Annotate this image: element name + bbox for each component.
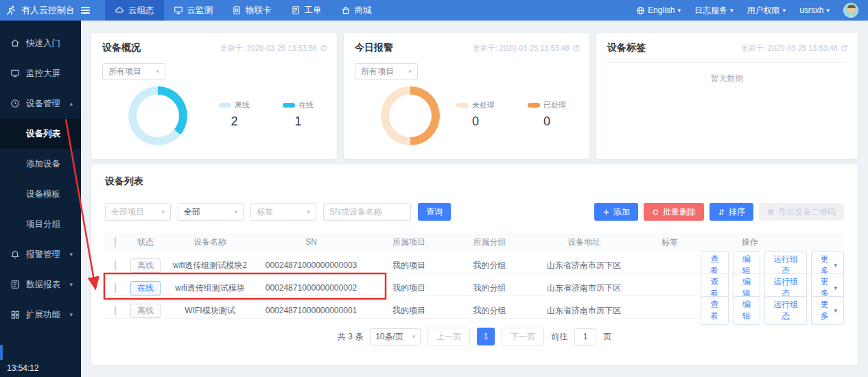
prev-page-button[interactable]: 上一页 xyxy=(427,328,470,345)
col-status: 状态 xyxy=(126,236,165,248)
work-order-icon xyxy=(291,5,301,15)
log-service-menu[interactable]: 日志服务 ▾ xyxy=(694,5,734,16)
caret-down-icon: ▾ xyxy=(69,251,73,258)
permissions-label: 用户权限 xyxy=(747,5,780,16)
legend-label: 在线 xyxy=(298,100,314,110)
legend-value: 2 xyxy=(219,114,250,129)
main-content: 设备概况 更新于: 2020-03-25 13:53:56 所有项目 ▾ 离线 … xyxy=(81,21,868,377)
add-button[interactable]: 添加 xyxy=(594,203,638,221)
sidebar-item-add-device[interactable]: 添加设备 xyxy=(0,149,81,179)
sidebar-item-label: 设备列表 xyxy=(26,128,60,140)
tab-work-order[interactable]: 工单 xyxy=(281,0,331,21)
project-filter-select[interactable]: 所有项目 ▾ xyxy=(102,63,165,80)
sidebar-item-monitor-screen[interactable]: 监控大屏 xyxy=(0,58,81,88)
row-checkbox[interactable] xyxy=(115,260,116,270)
top-navbar: 有人云控制台 云组态 云监测 物联卡 工单 商城 English ▾ xyxy=(0,0,868,21)
sidebar-item-device-template[interactable]: 设备模板 xyxy=(0,179,81,209)
row-checkbox[interactable] xyxy=(115,283,116,293)
caret-down-icon: ▾ xyxy=(826,8,830,14)
permissions-menu[interactable]: 用户权限 ▾ xyxy=(747,5,786,16)
project-select[interactable]: 全部项目 ▾ xyxy=(105,203,171,221)
caret-down-icon: ▾ xyxy=(783,8,786,14)
row-checkbox[interactable] xyxy=(115,306,116,315)
legend-value: 1 xyxy=(283,114,314,129)
card-today-alarms: 今日报警 更新于: 2020-03-25 13:53:48 所有项目 ▾ 未处理… xyxy=(344,33,589,159)
sidebar-item-device-list[interactable]: 设备列表 xyxy=(0,119,81,149)
shop-icon xyxy=(341,5,351,15)
view-button[interactable]: 查看 xyxy=(701,296,729,325)
caret-down-icon: ▾ xyxy=(69,311,73,318)
page-number-active[interactable]: 1 xyxy=(477,328,495,345)
select-all-checkbox[interactable] xyxy=(115,237,116,247)
legend-swatch xyxy=(283,103,295,108)
project-filter-select[interactable]: 所有项目 ▾ xyxy=(355,63,418,80)
device-project: 我的项目 xyxy=(368,282,450,294)
caret-down-icon: ▾ xyxy=(834,263,837,269)
col-device-name: 设备名称 xyxy=(165,236,255,248)
tab-label: 商城 xyxy=(355,5,372,16)
run-config-button[interactable]: 运行组态 xyxy=(764,296,806,325)
sidebar-item-data-report[interactable]: 数据报表 ▾ xyxy=(0,269,81,300)
select-value: 全部 xyxy=(184,206,200,218)
status-select[interactable]: 全部 ▾ xyxy=(178,203,244,221)
tab-cloud-config[interactable]: 云组态 xyxy=(105,0,164,21)
card-title: 设备概况 xyxy=(102,42,141,54)
sidebar: 快速入门 监控大屏 设备管理 ▴ 设备列表 添加设备 设备模板 项目分组 报警管… xyxy=(0,21,81,377)
card-title: 今日报警 xyxy=(355,42,393,54)
device-status-donut xyxy=(128,86,187,145)
device-group: 我的分组 xyxy=(450,260,529,271)
main-nav: 云组态 云监测 物联卡 工单 商城 xyxy=(105,0,382,21)
user-menu[interactable]: usrsxh ▾ xyxy=(799,5,830,15)
edit-button[interactable]: 编辑 xyxy=(733,296,761,325)
table-row: 离线 wifi透传组测试模块2 00024871000000000003 我的项… xyxy=(105,251,844,273)
caret-down-icon: ▾ xyxy=(69,281,73,288)
device-table: 状态 设备名称 SN 所属项目 所属分组 设备地址 标签 操作 离线 wifi透… xyxy=(105,233,844,319)
select-placeholder: 标签 xyxy=(257,206,273,218)
col-group: 所属分组 xyxy=(450,236,529,248)
sidebar-item-device-management[interactable]: 设备管理 ▴ xyxy=(0,88,81,119)
goto-page-input[interactable] xyxy=(574,328,596,345)
col-operation: 操作 xyxy=(701,236,844,248)
device-address: 山东省济南市历下区 xyxy=(529,282,639,294)
refresh-icon[interactable] xyxy=(841,45,848,52)
pagination: 共 3 条 10条/页 ▾ 上一页 1 下一页 前往 页 xyxy=(105,328,844,345)
menu-toggle-icon[interactable] xyxy=(81,7,90,14)
username-label: usrsxh xyxy=(799,5,823,15)
sidebar-item-extensions[interactable]: 扩展功能 ▾ xyxy=(0,300,81,330)
refresh-icon[interactable] xyxy=(572,45,580,52)
status-badge: 在线 xyxy=(130,281,161,295)
sidebar-item-label: 设备管理 xyxy=(26,98,60,110)
device-address: 山东省济南市历下区 xyxy=(529,305,639,317)
log-service-label: 日志服务 xyxy=(694,5,727,16)
export-qr-button[interactable]: 导出设备二维码 xyxy=(759,203,844,221)
button-label: 导出设备二维码 xyxy=(778,206,836,218)
refresh-icon[interactable] xyxy=(320,45,327,52)
more-button[interactable]: 更多▾ xyxy=(811,296,844,325)
sidebar-item-alarm-management[interactable]: 报警管理 ▾ xyxy=(0,239,81,269)
tab-iot-card[interactable]: 物联卡 xyxy=(222,0,281,21)
page-size-select[interactable]: 10条/页 ▾ xyxy=(370,328,421,345)
device-project: 我的项目 xyxy=(368,260,450,271)
avatar[interactable] xyxy=(843,3,858,18)
cycle-icon xyxy=(652,208,659,216)
legend-unhandled: 未处理 0 xyxy=(456,100,495,129)
sidebar-item-label: 报警管理 xyxy=(26,249,60,260)
grid-icon xyxy=(10,310,20,319)
tab-cloud-monitor[interactable]: 云监测 xyxy=(164,0,223,21)
bulk-delete-button[interactable]: 批量删除 xyxy=(644,203,704,221)
next-page-button[interactable]: 下一页 xyxy=(502,328,544,345)
language-menu[interactable]: English ▾ xyxy=(636,5,681,15)
sort-button[interactable]: 排序 xyxy=(709,203,753,221)
tab-mall[interactable]: 商城 xyxy=(331,0,382,21)
search-input[interactable] xyxy=(323,203,411,221)
table-row: 离线 WIFI模块测试 00024871000000000001 我的项目 我的… xyxy=(105,296,844,319)
language-label: English xyxy=(648,5,675,15)
report-icon xyxy=(10,280,20,289)
search-button[interactable]: 查询 xyxy=(418,203,451,221)
sidebar-item-quick-start[interactable]: 快速入门 xyxy=(0,28,81,58)
big-screen-icon xyxy=(10,69,20,78)
tag-select[interactable]: 标签 ▾ xyxy=(250,203,316,221)
device-clock-icon xyxy=(10,99,20,108)
sidebar-item-project-group[interactable]: 项目分组 xyxy=(0,209,81,239)
plus-icon xyxy=(602,208,610,216)
